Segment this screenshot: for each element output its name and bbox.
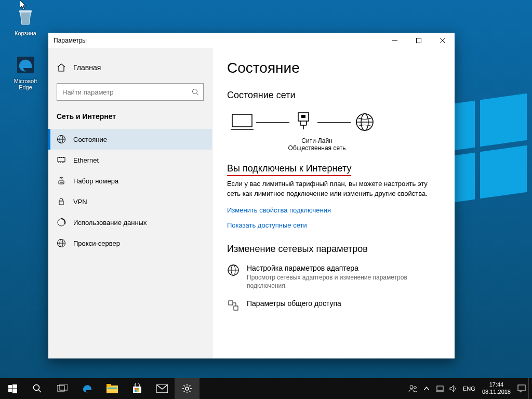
sidebar-item-label: Использование данных <box>73 219 147 227</box>
maximize-button[interactable] <box>407 33 431 48</box>
network-type: Общественная сеть <box>283 144 351 152</box>
link-show-available-networks[interactable]: Показать доступные сети <box>227 221 440 229</box>
sidebar-item-label: Ethernet <box>73 156 99 164</box>
svg-rect-54 <box>108 388 117 389</box>
svg-line-66 <box>184 385 185 387</box>
vpn-icon <box>57 197 66 206</box>
titlebar[interactable]: Параметры <box>48 33 455 48</box>
window-title: Параметры <box>54 37 87 44</box>
desktop-icon-label: Microsoft Edge <box>7 78 44 90</box>
task-view-button[interactable] <box>50 378 75 399</box>
taskbar-settings[interactable] <box>175 378 200 399</box>
change-network-params-heading: Изменение сетевых параметров <box>227 244 440 255</box>
tray-volume-icon[interactable] <box>447 378 460 399</box>
sidebar-item-label: Прокси-сервер <box>73 240 120 247</box>
svg-point-61 <box>185 387 189 390</box>
svg-rect-40 <box>229 301 233 305</box>
taskbar-edge[interactable] <box>75 378 100 399</box>
minimize-button[interactable] <box>383 33 407 48</box>
desktop-icon-label: Корзина <box>7 30 44 36</box>
option-sharing-settings[interactable]: Параметры общего доступа <box>227 299 440 312</box>
close-button[interactable] <box>431 33 455 48</box>
connected-heading: Вы подключены к Интернету <box>227 163 351 176</box>
system-tray: ENG 17:44 08.11.2018 <box>406 378 532 399</box>
settings-content: Состояние Состояние сети Сити-Лайн Общес… <box>212 48 455 358</box>
svg-rect-14 <box>63 157 64 158</box>
tray-language[interactable]: ENG <box>460 378 478 399</box>
svg-rect-3 <box>417 38 421 43</box>
svg-rect-0 <box>19 10 32 12</box>
settings-window: Параметры Главная Сеть и Интернет <box>48 33 455 358</box>
svg-rect-47 <box>12 389 17 393</box>
sharing-icon <box>227 299 240 312</box>
tray-people-icon[interactable] <box>406 378 420 399</box>
page-title: Состояние <box>227 60 440 76</box>
sidebar-item-label: Набор номера <box>73 177 118 185</box>
sidebar-item-ethernet[interactable]: Ethernet <box>48 150 212 170</box>
tray-date: 08.11.2018 <box>482 389 511 396</box>
svg-line-49 <box>38 390 41 392</box>
computer-icon <box>230 110 254 134</box>
dialup-icon <box>57 176 66 185</box>
link-change-connection-properties[interactable]: Изменить свойства подключения <box>227 206 440 214</box>
svg-rect-46 <box>8 389 12 392</box>
option-title: Настройка параметров адаптера <box>247 264 423 272</box>
taskbar-mail[interactable] <box>150 378 175 399</box>
network-diagram <box>230 110 440 134</box>
router-icon <box>291 110 315 134</box>
sidebar-item-vpn[interactable]: VPN <box>48 191 212 212</box>
svg-rect-11 <box>58 157 65 162</box>
svg-line-7 <box>197 94 199 96</box>
taskbar-store[interactable] <box>125 378 150 399</box>
proxy-icon <box>57 238 66 248</box>
tray-action-center-icon[interactable] <box>515 378 528 399</box>
svg-rect-72 <box>437 386 443 391</box>
desktop-icon-edge[interactable]: Microsoft Edge <box>7 54 44 90</box>
svg-point-48 <box>34 385 39 391</box>
taskbar: ENG 17:44 08.11.2018 <box>0 378 532 399</box>
cursor-icon <box>20 0 28 10</box>
sidebar-item-status[interactable]: Состояние <box>48 129 212 150</box>
home-label: Главная <box>73 63 101 72</box>
svg-point-6 <box>193 89 197 94</box>
home-link[interactable]: Главная <box>48 57 212 78</box>
tray-clock[interactable]: 17:44 08.11.2018 <box>478 381 515 396</box>
svg-point-71 <box>414 387 417 389</box>
search-icon <box>192 88 199 96</box>
tray-chevron-up-icon[interactable] <box>420 378 433 399</box>
globe-icon <box>353 110 377 134</box>
svg-line-68 <box>184 391 185 392</box>
svg-rect-53 <box>107 384 111 387</box>
taskbar-file-explorer[interactable] <box>100 378 125 399</box>
svg-rect-57 <box>137 388 139 390</box>
network-name: Сити-Лайн <box>283 137 351 144</box>
svg-rect-13 <box>61 157 62 158</box>
svg-rect-26 <box>232 114 252 127</box>
sidebar-item-dialup[interactable]: Набор номера <box>48 170 212 191</box>
option-title: Параметры общего доступа <box>247 299 341 308</box>
svg-rect-21 <box>59 201 63 205</box>
option-desc: Просмотр сетевых адаптеров и изменение п… <box>247 273 423 290</box>
connected-body: Если у вас лимитный тарифный план, вы мо… <box>227 179 435 199</box>
svg-line-67 <box>189 391 190 392</box>
tray-network-icon[interactable] <box>433 378 447 399</box>
tray-time: 17:44 <box>482 381 511 389</box>
start-button[interactable] <box>0 378 25 399</box>
data-usage-icon <box>57 218 66 227</box>
edge-icon <box>15 54 36 76</box>
sidebar-item-proxy[interactable]: Прокси-сервер <box>48 233 212 254</box>
globe-icon <box>227 264 240 276</box>
search-input[interactable] <box>61 88 192 97</box>
option-adapter-settings[interactable]: Настройка параметров адаптера Просмотр с… <box>227 264 440 290</box>
show-desktop-button[interactable] <box>528 378 532 399</box>
svg-rect-12 <box>59 157 60 158</box>
sidebar-item-data-usage[interactable]: Использование данных <box>48 212 212 233</box>
home-icon <box>57 63 66 72</box>
svg-rect-41 <box>234 306 238 310</box>
sidebar-group-title: Сеть и Интернет <box>48 110 212 129</box>
svg-rect-59 <box>137 390 139 392</box>
desktop-icon-recycle-bin[interactable]: Корзина <box>7 6 44 36</box>
search-button[interactable] <box>25 378 50 399</box>
search-box[interactable] <box>57 83 204 101</box>
status-icon <box>57 135 66 144</box>
